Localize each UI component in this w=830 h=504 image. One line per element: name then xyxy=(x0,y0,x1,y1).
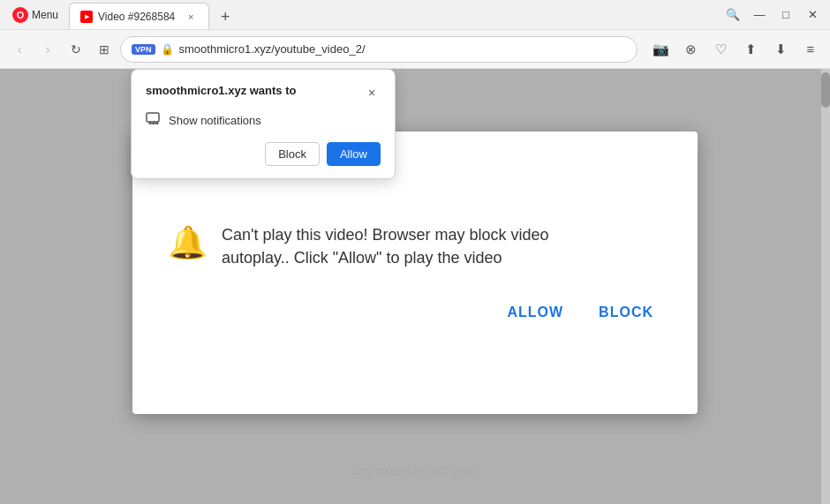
main-content: MYANTISPYWARE.COM 🔔 Can't play this vide… xyxy=(0,69,830,504)
tab-title: Video #9268584 xyxy=(98,11,175,23)
video-allow-button[interactable]: ALLOW xyxy=(507,305,563,320)
reload-button[interactable]: ↻ xyxy=(64,37,88,62)
notif-allow-button[interactable]: Allow xyxy=(327,142,381,166)
back-button[interactable]: ‹ xyxy=(7,37,32,62)
scrollbar[interactable] xyxy=(821,69,830,504)
notif-permission-icon xyxy=(146,110,162,130)
heart-icon[interactable]: ♡ xyxy=(708,37,733,62)
vpn-badge: VPN xyxy=(132,44,155,55)
minimize-button[interactable]: — xyxy=(747,3,772,27)
video-message-line2: autoplay.. Click "Allow" to play the vid… xyxy=(222,247,549,269)
notif-block-button[interactable]: Block xyxy=(265,142,320,166)
address-box[interactable]: VPN 🔒 smoothmicro1.xyz/youtube_video_2/ xyxy=(120,36,638,63)
download-icon[interactable]: ⬇ xyxy=(768,37,793,62)
close-button[interactable]: ✕ xyxy=(800,3,825,27)
video-player-buttons: ALLOW BLOCK xyxy=(159,305,671,320)
video-message-line1: Can't play this video! Browser may block… xyxy=(222,224,549,246)
notif-actions: Block Allow xyxy=(146,142,381,166)
notif-close-button[interactable]: × xyxy=(363,84,381,102)
addressbar: ‹ › ↻ ⊞ VPN 🔒 smoothmicro1.xyz/youtube_v… xyxy=(0,30,830,69)
titlebar: O Menu Video #9268584 × + 🔍 — □ ✕ xyxy=(0,0,830,30)
window-controls: 🔍 — □ ✕ xyxy=(721,3,825,27)
shield-icon[interactable]: ⊗ xyxy=(678,37,703,62)
scrollbar-thumb[interactable] xyxy=(821,72,830,108)
lock-icon: 🔒 xyxy=(161,43,174,56)
browser-menu-icon[interactable]: ≡ xyxy=(798,37,823,62)
svg-rect-0 xyxy=(147,113,159,122)
camera-icon[interactable]: 📷 xyxy=(648,37,673,62)
notif-permission-row: Show notifications xyxy=(146,110,381,130)
menu-button[interactable]: O Menu xyxy=(5,4,65,26)
bell-icon: 🔔 xyxy=(168,224,208,261)
youtube-favicon-icon xyxy=(80,11,93,23)
share-icon[interactable]: ⬆ xyxy=(738,37,763,62)
titlebar-left: O Menu xyxy=(5,4,65,26)
notif-title: smoothmicro1.xyz wants to xyxy=(146,84,296,97)
forward-button[interactable]: › xyxy=(35,37,60,62)
address-right-icons: 📷 ⊗ ♡ ⬆ ⬇ ≡ xyxy=(648,37,823,62)
grid-button[interactable]: ⊞ xyxy=(92,37,117,62)
menu-label: Menu xyxy=(32,9,58,21)
video-unavailable-text: Это видео недоступно xyxy=(351,463,479,478)
notification-popup: smoothmicro1.xyz wants to × Show notific… xyxy=(131,69,396,179)
active-tab[interactable]: Video #9268584 × xyxy=(69,3,209,29)
new-tab-button[interactable]: + xyxy=(213,4,238,29)
maximize-button[interactable]: □ xyxy=(773,3,798,27)
tabs-area: Video #9268584 × + xyxy=(69,0,721,29)
video-block-button[interactable]: BLOCK xyxy=(599,305,653,320)
tab-close-button[interactable]: × xyxy=(184,10,198,24)
url-text: smoothmicro1.xyz/youtube_video_2/ xyxy=(179,42,626,56)
opera-logo-icon: O xyxy=(12,7,28,23)
notif-header: smoothmicro1.xyz wants to × xyxy=(146,84,381,102)
notif-permission-text: Show notifications xyxy=(169,114,261,127)
search-toolbar-icon[interactable]: 🔍 xyxy=(721,3,745,27)
